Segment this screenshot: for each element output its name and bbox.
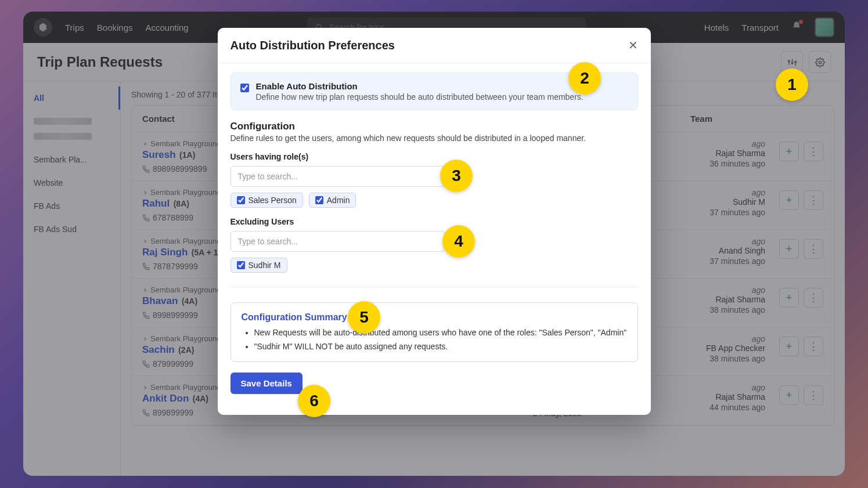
roles-search-input[interactable]: [230, 166, 445, 187]
configuration-sub: Define rules to get the users, among whi…: [230, 133, 638, 143]
save-button[interactable]: Save Details: [230, 373, 302, 394]
divider: [230, 287, 638, 287]
role-chip-checkbox[interactable]: [315, 196, 323, 204]
role-chip-checkbox[interactable]: [237, 196, 245, 204]
callout-3: 3: [440, 160, 473, 192]
modal-title: Auto Distribution Preferences: [230, 39, 395, 52]
callout-1: 1: [776, 68, 808, 101]
role-chip[interactable]: Admin: [309, 193, 356, 208]
callout-4: 4: [442, 225, 475, 258]
callout-6: 6: [298, 385, 330, 417]
callout-5: 5: [348, 301, 380, 334]
roles-field-label: Users having role(s): [230, 152, 638, 161]
summary-item: "Sudhir M" WILL NOT be auto assigned any…: [254, 341, 627, 353]
configuration-heading: Configuration: [230, 121, 638, 132]
enable-auto-distribution-checkbox[interactable]: [240, 84, 249, 92]
summary-item: New Requests will be auto-distributed am…: [254, 327, 627, 339]
exclude-field-label: Excluding Users: [230, 217, 638, 226]
exclude-chip[interactable]: Sudhir M: [230, 258, 287, 273]
enable-sub: Define how new trip plan requests should…: [256, 92, 584, 102]
configuration-summary: Configuration Summary New Requests will …: [230, 302, 638, 362]
exclude-search-input[interactable]: [230, 231, 445, 252]
modal-scrim: Auto Distribution Preferences ✕ Enable A…: [0, 0, 868, 488]
summary-title: Configuration Summary: [242, 312, 627, 323]
role-chip[interactable]: Sales Person: [230, 193, 303, 208]
exclude-chip-checkbox[interactable]: [237, 261, 245, 269]
enable-label: Enable Auto Distribution: [256, 81, 584, 91]
close-icon[interactable]: ✕: [628, 38, 638, 52]
callout-2: 2: [568, 62, 601, 95]
